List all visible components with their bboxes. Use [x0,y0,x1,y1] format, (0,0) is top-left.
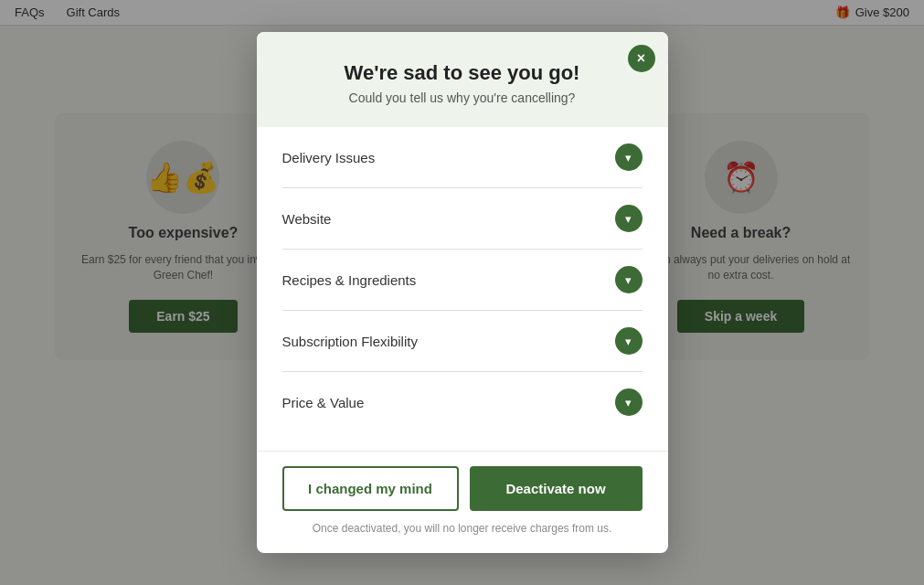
chevron-down-icon: ▾ [625,151,632,165]
chevron-down-icon: ▾ [625,273,632,287]
accordion-subscription-label: Subscription Flexibility [282,334,418,349]
footer-note: Once deactivated, you will no longer rec… [282,522,643,535]
chevron-down-icon: ▾ [625,396,632,410]
changed-mind-button[interactable]: I changed my mind [282,466,459,511]
chevron-down-icon: ▾ [625,335,632,348]
accordion-recipes[interactable]: Recipes & Ingredients ▾ [282,250,643,311]
modal-title: We're sad to see you go! [293,61,632,85]
modal-header: We're sad to see you go! Could you tell … [257,32,668,127]
deactivate-button[interactable]: Deactivate now [470,466,643,511]
modal-overlay: × We're sad to see you go! Could you tel… [0,0,924,585]
accordion-delivery-label: Delivery Issues [282,150,376,165]
chevron-down-icon: ▾ [625,212,632,226]
modal-footer: I changed my mind Deactivate now Once de… [257,451,668,553]
accordion-recipes-label: Recipes & Ingredients [282,272,417,288]
accordion-subscription-chevron: ▾ [615,327,643,355]
accordion-price-label: Price & Value [282,395,365,410]
accordion-recipes-chevron: ▾ [615,266,643,293]
accordion-price-chevron: ▾ [615,388,643,416]
footer-buttons: I changed my mind Deactivate now [282,466,643,511]
accordion-price[interactable]: Price & Value ▾ [282,372,643,432]
accordion-website-label: Website [282,211,332,227]
cancellation-modal: × We're sad to see you go! Could you tel… [257,32,668,553]
modal-subtitle: Could you tell us why you're cancelling? [293,90,632,105]
accordion-website-chevron: ▾ [615,205,643,232]
modal-body: Delivery Issues ▾ Website ▾ Recipes & In… [257,127,668,451]
close-button[interactable]: × [628,45,655,72]
accordion-website[interactable]: Website ▾ [282,188,643,250]
accordion-delivery[interactable]: Delivery Issues ▾ [282,127,643,188]
accordion-delivery-chevron: ▾ [615,144,643,171]
accordion-subscription[interactable]: Subscription Flexibility ▾ [282,311,643,372]
